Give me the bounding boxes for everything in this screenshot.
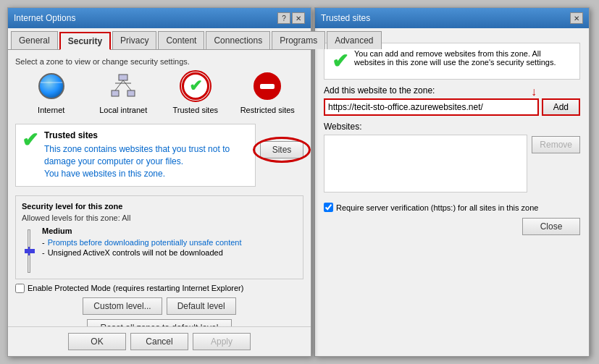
security-level-name: Medium	[42, 227, 242, 235]
svg-rect-2	[127, 90, 135, 96]
globe-icon	[38, 73, 64, 99]
trusted-dialog-title: Trusted sites	[321, 13, 370, 23]
tab-bar: General Security Privacy Content Connect…	[8, 28, 311, 50]
svg-line-4	[123, 80, 131, 90]
trusted-title-bar: Trusted sites ✕	[315, 8, 589, 28]
ok-button[interactable]: OK	[68, 333, 126, 350]
security-level-box: Security level for this zone Allowed lev…	[15, 195, 303, 279]
no-entry-icon	[254, 72, 281, 100]
local-intranet-icon-wrap	[107, 70, 139, 102]
security-bullet-1: Prompts before downloading potentially u…	[42, 238, 242, 247]
trusted-sites-label: Trusted sites	[172, 105, 218, 115]
network-icon	[110, 73, 136, 99]
security-level-title: Security level for this zone	[22, 202, 297, 211]
restricted-sites-label: Restricted sites	[240, 105, 295, 115]
remove-btn-col: Remove	[532, 135, 580, 197]
level-buttons-row: Custom level... Default level	[15, 297, 303, 315]
https-label: Require server verification (https:) for…	[336, 203, 538, 212]
trusted-info-text: You can add and remove websites from thi…	[354, 49, 572, 67]
security-level-allowed: Allowed levels for this zone: All	[22, 213, 297, 222]
tab-connections[interactable]: Connections	[206, 31, 270, 49]
https-checkbox[interactable]	[324, 203, 333, 212]
add-zone-label: Add this website to the zone:	[324, 85, 580, 96]
svg-rect-1	[112, 90, 119, 96]
internet-label: Internet	[38, 105, 64, 115]
zone-info-desc: This zone contains websites that you tru…	[44, 143, 249, 179]
title-bar-buttons: ? ✕	[277, 12, 305, 24]
close-button[interactable]: Close	[522, 218, 580, 235]
protected-mode-row: Enable Protected Mode (requires restarti…	[15, 284, 303, 293]
close-button[interactable]: ✕	[292, 12, 305, 24]
question-button[interactable]: ?	[277, 12, 290, 24]
protected-mode-label: Enable Protected Mode (requires restarti…	[28, 284, 243, 292]
trusted-sites-icon-wrap: ✔	[180, 70, 211, 102]
reset-button-row: Reset all zones to default level	[15, 319, 303, 326]
zone-internet[interactable]: Internet	[20, 70, 82, 115]
slider-track	[28, 229, 30, 273]
security-panel: Select a zone to view or change security…	[8, 50, 311, 326]
https-checkbox-row: Require server verification (https:) for…	[324, 203, 580, 212]
websites-label: Websites:	[324, 122, 580, 132]
tab-programs[interactable]: Programs	[272, 31, 325, 49]
tab-privacy[interactable]: Privacy	[112, 31, 156, 49]
tab-advanced[interactable]: Advanced	[327, 31, 381, 49]
zone-desc-text: This zone contains websites that you tru…	[44, 144, 230, 166]
trusted-title-buttons: ✕	[570, 12, 583, 24]
tab-general[interactable]: General	[11, 31, 58, 49]
checkmark-icon: ✔	[189, 77, 202, 96]
local-intranet-label: Local intranet	[99, 105, 147, 115]
websites-list[interactable]	[324, 135, 527, 192]
trusted-close-button[interactable]: ✕	[570, 12, 583, 24]
protected-mode-checkbox[interactable]	[15, 284, 25, 293]
restricted-sites-icon-wrap	[251, 70, 283, 102]
zone-info-content: Trusted sites This zone contains website…	[44, 130, 249, 179]
zone-info-name: Trusted sites	[44, 130, 249, 140]
websites-section: Remove	[324, 135, 580, 197]
bullet-1-text: Prompts before downloading potentially u…	[48, 238, 242, 247]
add-button[interactable]: Add	[542, 98, 580, 116]
sites-button-wrap: Sites	[260, 141, 303, 158]
check-circle-icon: ✔	[182, 72, 209, 100]
url-input[interactable]	[324, 98, 539, 116]
zone-section-label: Select a zone to view or change security…	[15, 57, 303, 66]
zone-info-box: ✔ Trusted sites This zone contains websi…	[15, 124, 256, 186]
trusted-check-icon: ✔	[332, 49, 348, 73]
tab-content[interactable]: Content	[158, 31, 204, 49]
dialog-title: Internet Options	[14, 13, 75, 23]
cancel-button[interactable]: Cancel	[130, 333, 188, 350]
default-level-button[interactable]: Default level	[167, 297, 236, 315]
svg-rect-0	[119, 75, 127, 80]
tab-security[interactable]: Security	[59, 32, 111, 50]
sites-button[interactable]: Sites	[260, 141, 303, 158]
reset-button[interactable]: Reset all zones to default level	[87, 319, 232, 326]
slider-thumb	[25, 249, 35, 253]
zone-local-intranet[interactable]: Local intranet	[93, 70, 154, 115]
zones-row: Internet Local intranet	[15, 70, 303, 115]
title-bar: Internet Options ? ✕	[8, 8, 311, 28]
bullet-2-text: Unsigned ActiveX controls will not be do…	[48, 248, 223, 257]
add-zone-row: ↓ Add	[324, 98, 580, 116]
no-entry-bar	[260, 84, 275, 89]
custom-level-button[interactable]: Custom level...	[83, 297, 162, 315]
svg-line-3	[115, 80, 123, 90]
zone-green-check: ✔	[22, 130, 38, 151]
internet-options-dialog: Internet Options ? ✕ General Security Pr…	[7, 7, 311, 357]
security-slider[interactable]	[22, 229, 36, 273]
security-slider-row: Medium Prompts before downloading potent…	[22, 227, 297, 273]
remove-button[interactable]: Remove	[532, 136, 580, 153]
security-text: Medium Prompts before downloading potent…	[42, 227, 242, 258]
zone-note-text: You have websites in this zone.	[44, 169, 165, 179]
security-bullet-2: Unsigned ActiveX controls will not be do…	[42, 248, 242, 257]
internet-icon-wrap	[35, 70, 67, 102]
zone-trusted-sites[interactable]: ✔ Trusted sites	[164, 70, 226, 115]
zone-restricted-sites[interactable]: Restricted sites	[237, 70, 298, 115]
trusted-content: ✔ You can add and remove websites from t…	[315, 28, 589, 244]
close-btn-row: Close	[324, 218, 580, 235]
apply-button[interactable]: Apply	[193, 333, 251, 350]
trusted-sites-dialog: Trusted sites ✕ ✔ You can add and remove…	[314, 7, 590, 357]
dialog-bottom: OK Cancel Apply	[8, 326, 311, 356]
